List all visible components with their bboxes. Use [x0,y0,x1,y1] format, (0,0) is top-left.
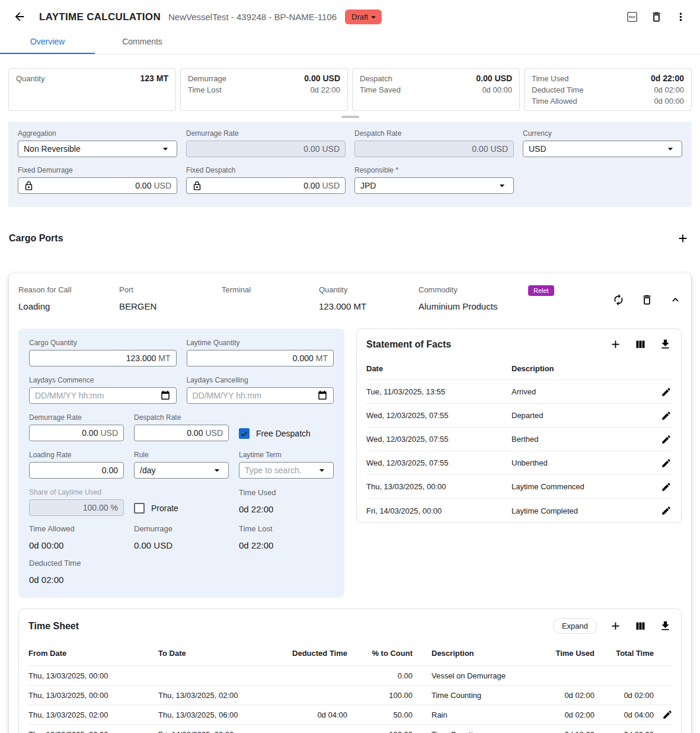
recalculate-port-button[interactable] [612,294,625,306]
responsible-field: Responsible * JPD [354,166,514,194]
card-label: Demurrage [188,73,226,84]
sof-columns-button[interactable] [634,338,647,350]
port-card: Reason for Call Loading Port BERGEN Term… [9,273,691,733]
responsible-select[interactable]: JPD [354,177,514,194]
summary-card-quantity: Quantity123 MT [8,68,176,111]
sof-row: Wed, 12/03/2025, 07:55 Berthed [366,428,672,451]
summary-cards: Quantity123 MT Demurrage0.00 USD Time Lo… [0,55,700,111]
card-value: 0d 00:00 [482,84,512,95]
tab-comments[interactable]: Comments [95,29,190,54]
time-sheet-title: Time Sheet [28,621,79,632]
chevron-down-icon [316,464,328,476]
more-options-button[interactable] [675,11,687,23]
chevron-down-icon [211,464,223,476]
calendar-icon[interactable] [317,390,328,401]
chevron-down-icon [368,12,379,23]
laydays-commence-input[interactable]: DD/MM/YY hh:mm [29,387,177,404]
time-sheet-panel: Time Sheet Expand From Date To Date Dedu… [18,608,682,733]
rule-field: Rule /day [134,451,229,479]
add-sof-row-button[interactable] [609,338,622,350]
port-name-column: Port BERGEN [119,285,222,312]
edit-pencil-icon [661,458,672,469]
lock-icon [24,181,34,191]
edit-sof-row-button[interactable] [661,410,672,421]
currency-select[interactable]: USD [523,141,682,157]
summary-card-time-used: Time Used0d 22:00 Deducted Time0d 02:00 … [524,68,692,111]
port-despatch-rate-field: Despatch Rate 0.00 USD [134,413,229,441]
laydays-cancelling-input[interactable]: DD/MM/YY hh:mm [187,387,334,404]
field-label: Demurrage Rate [186,129,346,138]
edit-pencil-icon [661,482,672,492]
card-value: 123 MT [140,73,168,84]
free-despatch-checkbox[interactable]: Free Despatch [239,428,334,439]
chevron-down-icon [159,143,171,155]
laytime-term-field: Laytime Term Type to search. [239,451,334,479]
tab-overview[interactable]: Overview [0,29,95,54]
demurrage-stat: Demurrage 0.00 USD [134,524,229,550]
plus-icon [676,232,689,245]
port-despatch-rate-input[interactable]: 0.00 USD [134,425,229,441]
status-badge[interactable]: Draft [345,9,382,24]
share-of-laytime-input: 100.00 % [29,499,124,516]
card-label: Despatch [360,73,392,84]
page-subtitle: NewVesselTest - 439248 - BP-NAME-1106 [168,12,337,22]
edit-sof-row-button[interactable] [661,387,672,397]
page-title: LAYTIME CALCULATION [39,11,161,23]
timesheet-download-button[interactable] [659,620,672,632]
laydays-cancelling-field: Laydays Cancelling DD/MM/YY hh:mm [187,376,334,404]
panel-resize-handle[interactable] [341,116,359,118]
despatch-rate-input: 0.00 USD [354,141,514,157]
sof-row: Thu, 13/03/2025, 00:00 Laytime Commenced [366,475,672,499]
card-label: Time Used [532,73,568,84]
cargo-ports-title: Cargo Ports [9,233,63,244]
collapse-port-button[interactable] [669,294,682,306]
loading-rate-input[interactable]: 0.00 [29,462,124,479]
fixed-demurrage-input[interactable]: 0.00 USD [18,177,177,194]
relet-badge: Relet [528,285,554,296]
statement-of-facts-panel: Statement of Facts Date Description Tue,… [356,329,682,523]
sof-download-button[interactable] [659,338,672,350]
card-value: 0d 02:00 [654,84,684,95]
port-quantity-column: Quantity 123.000 MT [319,285,418,312]
summary-card-despatch: Despatch0.00 USD Time Saved0d 00:00 [352,68,520,111]
share-of-laytime-field: Share of Laytime Used 100.00 % [29,488,124,516]
chevron-down-icon [664,143,676,155]
calendar-icon[interactable] [160,390,171,401]
card-value: 0d 00:00 [654,95,684,107]
fixed-demurrage-field: Fixed Demurrage 0.00 USD [18,166,177,194]
delete-port-button[interactable] [641,294,653,306]
trash-icon [641,294,653,306]
expand-button[interactable]: Expand [553,618,597,634]
edit-sof-row-button[interactable] [661,505,672,516]
delete-calculation-button[interactable] [650,11,663,23]
edit-sof-row-button[interactable] [661,482,672,492]
laytime-quantity-input[interactable]: 0.000 MT [187,350,334,366]
port-details-panel: Cargo Quantity 123.000 MT Laytime Quanti… [18,329,344,598]
edit-timesheet-row-button[interactable] [662,709,673,720]
despatch-rate-field: Despatch Rate 0.00 USD [354,129,514,157]
kebab-menu-icon [675,11,687,23]
card-value: 0.00 USD [476,73,512,84]
demurrage-rate-field: Demurrage Rate 0.00 USD [186,129,346,157]
app-bar: LAYTIME CALCULATION NewVesselTest - 4392… [0,0,700,29]
timesheet-columns-button[interactable] [634,620,647,632]
cargo-quantity-input[interactable]: 123.000 MT [29,350,177,366]
aggregation-select[interactable]: Non Reversible [18,141,177,157]
edit-sof-row-button[interactable] [661,458,672,469]
rule-select[interactable]: /day [134,462,229,479]
time-lost-stat: Time Lost 0d 22:00 [239,524,334,550]
edit-sof-row-button[interactable] [661,434,672,445]
plus-icon [609,620,622,632]
add-port-button[interactable] [676,232,689,245]
status-badge-label: Draft [351,12,368,21]
fixed-despatch-input[interactable]: 0.00 USD [186,177,346,194]
time-allowed-stat: Time Allowed 0d 00:00 [29,524,124,550]
back-icon[interactable] [13,10,27,24]
laytime-term-input[interactable]: Type to search. [239,462,334,479]
export-pdf-button[interactable] [626,11,638,23]
port-demurrage-rate-input[interactable]: 0.00 USD [29,425,124,441]
prorate-checkbox[interactable]: Prorate [134,503,229,514]
timesheet-header-row: From Date To Date Deducted Time % to Cou… [28,641,672,666]
add-timesheet-row-button[interactable] [609,620,622,632]
card-value: 0.00 USD [304,73,340,84]
